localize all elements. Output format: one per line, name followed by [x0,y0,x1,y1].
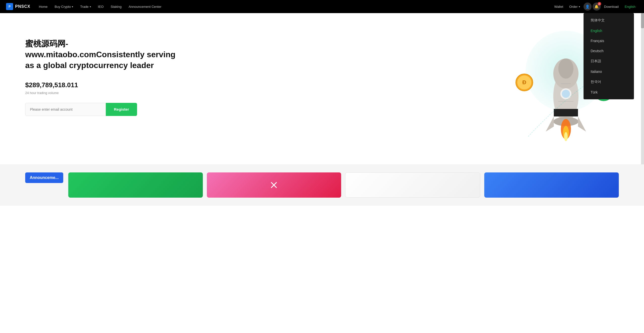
chevron-down-icon: ▾ [90,5,91,8]
lang-item-it[interactable]: Italiano [584,67,634,77]
lang-item-ja[interactable]: 日本語 [584,56,634,67]
svg-point-2 [558,58,573,79]
svg-rect-3 [554,109,578,116]
logo[interactable]: P PNSCX [6,3,30,10]
svg-point-8 [562,90,570,98]
nav-links: Home Buy Crypto ▾ Trade ▾ IEO Staking An… [35,0,552,13]
email-input[interactable] [25,103,106,116]
bottom-section: Announceme... [0,164,644,206]
svg-marker-5 [546,116,554,132]
lang-item-tr[interactable]: Türk [584,87,634,97]
nav-order[interactable]: Order ▾ [567,0,582,13]
logo-text: PNSCX [15,4,30,9]
bottom-cards [68,172,619,198]
nav-ieo[interactable]: IEO [94,0,107,13]
notification-button[interactable]: 🔔 2 [593,3,601,11]
nav-announcement[interactable]: Announcement Center [125,0,165,13]
lang-item-ko[interactable]: 한국어 [584,77,634,87]
nav-trade[interactable]: Trade ▾ [77,0,94,13]
svg-point-11 [564,132,568,141]
user-icon-button[interactable]: 👤 [584,3,592,11]
notification-badge: 2 [598,2,601,6]
scrollbar[interactable] [641,13,644,164]
lang-item-fr[interactable]: Français [584,36,634,46]
coin-doge: Ð [516,74,533,91]
bottom-card-3[interactable] [345,172,480,198]
lang-item-de[interactable]: Deutsch [584,46,634,56]
hero-volume-label: 24 hour trading volume [25,91,181,95]
bell-icon: 🔔 [594,5,599,9]
hero-register-form: Register [25,103,181,116]
hero-volume: $289,789,518.011 [25,81,181,89]
nav-download[interactable]: Download [602,0,621,13]
bottom-card-2[interactable] [207,172,341,198]
nav-english[interactable]: English [622,5,638,9]
hero-section: 蜜桃源码网-www.mitaobo.comConsistently servin… [0,13,644,164]
hero-content: 蜜桃源码网-www.mitaobo.comConsistently servin… [25,33,181,116]
navbar: P PNSCX Home Buy Crypto ▾ Trade ▾ IEO St… [0,0,644,13]
lang-item-zhcn[interactable]: 简体中文 [584,15,634,26]
hero-title: 蜜桃源码网-www.mitaobo.comConsistently servin… [25,38,181,71]
nav-staking[interactable]: Staking [107,0,125,13]
chevron-down-icon: ▾ [72,5,73,8]
logo-icon: P [6,3,13,10]
bottom-card-1[interactable] [68,172,203,198]
scrollbar-thumb[interactable] [641,13,644,28]
nav-home[interactable]: Home [35,0,51,13]
nav-right: Wallet Order ▾ 👤 🔔 2 Download English [552,0,638,13]
svg-text:Ð: Ð [522,79,526,85]
nav-buy-crypto[interactable]: Buy Crypto ▾ [51,0,77,13]
language-dropdown: 简体中文 English Français Deutsch 日本語 Italia… [584,13,634,99]
register-button[interactable]: Register [106,103,137,116]
bottom-card-4[interactable] [484,172,619,198]
chevron-down-icon: ▾ [579,5,580,8]
user-icon: 👤 [585,5,590,9]
lang-item-en[interactable]: English [584,26,634,36]
svg-marker-6 [578,116,586,132]
nav-wallet[interactable]: Wallet [552,0,566,13]
announcement-badge[interactable]: Announceme... [25,172,63,183]
